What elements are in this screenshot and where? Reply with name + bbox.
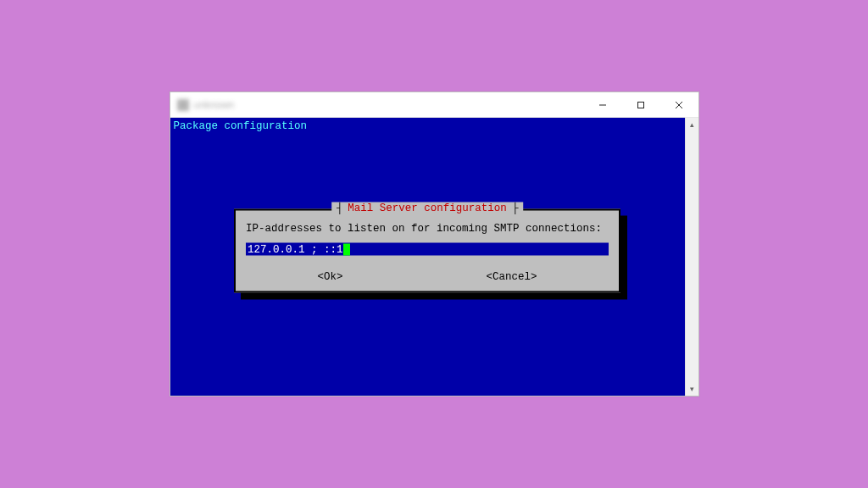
close-icon (675, 101, 683, 109)
ip-addresses-value: 127.0.0.1 ; ::1 (248, 243, 343, 255)
terminal[interactable]: Package configuration ┤ Mail Server conf… (170, 118, 685, 396)
dialog-buttons: <Ok> <Cancel> (246, 271, 609, 283)
ok-button[interactable]: <Ok> (317, 271, 342, 283)
ip-addresses-input[interactable]: 127.0.0.1 ; ::1 (246, 243, 609, 256)
dialog-title-text: Mail Server configuration (348, 202, 507, 214)
text-cursor (343, 243, 350, 255)
dialog-wrap: ┤ Mail Server configuration ├ IP-address… (234, 209, 620, 293)
maximize-icon (637, 101, 645, 109)
app-window: unknown Package configuration ┤ Mail Ser… (170, 92, 699, 396)
scroll-down-arrow-icon[interactable]: ▾ (686, 382, 698, 396)
minimize-button[interactable] (584, 92, 622, 118)
titlebar-left: unknown (177, 99, 235, 111)
app-icon (177, 99, 189, 111)
dialog-prompt: IP-addresses to listen on for incoming S… (246, 223, 609, 235)
dialog-title: ┤ Mail Server configuration ├ (331, 202, 523, 214)
cancel-button[interactable]: <Cancel> (486, 271, 537, 283)
close-button[interactable] (660, 92, 698, 118)
svg-rect-1 (638, 102, 644, 108)
scroll-up-arrow-icon[interactable]: ▴ (686, 118, 698, 131)
window-title: unknown (194, 99, 235, 111)
mail-server-dialog: ┤ Mail Server configuration ├ IP-address… (234, 209, 620, 293)
package-configuration-header: Package configuration (174, 120, 308, 132)
window-controls (584, 92, 698, 118)
vertical-scrollbar[interactable]: ▴ ▾ (685, 118, 698, 396)
minimize-icon (598, 101, 607, 109)
titlebar: unknown (170, 92, 698, 118)
client-area: Package configuration ┤ Mail Server conf… (170, 118, 698, 396)
maximize-button[interactable] (622, 92, 660, 118)
